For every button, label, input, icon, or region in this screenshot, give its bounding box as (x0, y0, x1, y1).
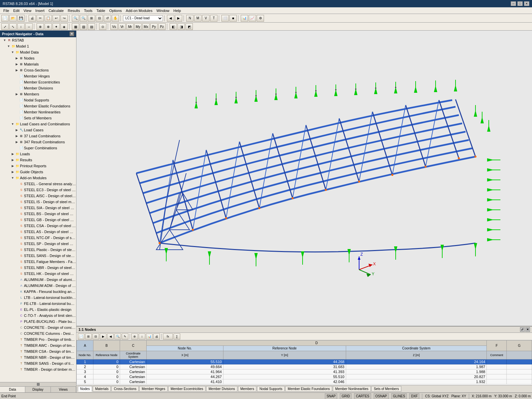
tb29[interactable]: ▦ (72, 23, 79, 30)
tb7[interactable]: ↪ (61, 15, 68, 22)
table-row[interactable]: 1 0 Cartesian 55.510 44.268 24.164 (77, 359, 532, 364)
tb36[interactable]: Mx (142, 23, 150, 30)
maximize-btn[interactable]: □ (517, 1, 523, 6)
tb32[interactable]: Vs (110, 23, 118, 30)
tb28[interactable]: ◈ (61, 23, 68, 30)
tb35[interactable]: My (134, 23, 142, 30)
table-sort-btn[interactable]: ↕ (139, 333, 145, 339)
sidebar-item-steel-sans[interactable]: S STEEL SANS - Design of steel mem (0, 253, 76, 259)
render-solid[interactable]: ■ (229, 15, 237, 22)
menu-file[interactable]: File (1, 8, 11, 13)
sidebar-item-steel-plastic[interactable]: S STEEL Plastic - Design of steel mer (0, 247, 76, 253)
tb40[interactable]: ◨ (178, 23, 185, 30)
sidebar-item-nodes[interactable]: ▶ ⊞ Nodes (0, 55, 76, 61)
sidebar-item-steel-ec3[interactable]: S STEEL EC3 - Design of steel memb (0, 187, 76, 193)
table-btn-6[interactable]: 🔍 (114, 333, 121, 339)
bottom-tab-member-hinges[interactable]: Member Hinges (139, 386, 168, 392)
viewport-3d-container[interactable]: Z X Y (76, 31, 532, 326)
save-btn[interactable]: 💾 (17, 15, 25, 22)
tb11[interactable]: ▶ (175, 15, 182, 22)
pan[interactable]: ✋ (112, 15, 119, 22)
sidebar-item-concrete[interactable]: C CONCRETE - Design of concrete r (0, 325, 76, 331)
table-row[interactable]: 5 0 Cartesian 41.410 42.046 1.932 (77, 379, 532, 384)
sidebar-item-timber-csa[interactable]: T TIMBER CSA - Design of timber m (0, 348, 76, 354)
sidebar-item-members[interactable]: ▶ ⊞ Members (0, 91, 76, 97)
panel-close-btn[interactable]: ✕ (525, 327, 530, 332)
menu-view[interactable]: View (22, 8, 34, 13)
sidebar-item-kappa[interactable]: K KAPPA - Flexural buckling analysi (0, 289, 76, 295)
tb18[interactable]: ⚙ (257, 15, 264, 22)
sidebar-item-concrete-columns[interactable]: C CONCRETE Columns - Design of c (0, 331, 76, 336)
bottom-tab-member-divisions[interactable]: Member Divisions (206, 386, 237, 392)
col-f-header[interactable]: F (487, 340, 507, 351)
tb30[interactable]: ▧ (80, 23, 87, 30)
table-btn-4[interactable]: ▶ (100, 333, 106, 339)
sidebar-item-aluminum-adm[interactable]: A ALUMINUM ADM - Design of alun (0, 283, 76, 289)
zoom-all[interactable]: ⊞ (88, 15, 95, 22)
sidebar-item-sets-of-members[interactable]: 📄 Sets of Members (0, 115, 76, 121)
sidebar-item-steel-gb[interactable]: S STEEL GB - Design of steel membe (0, 217, 76, 223)
tb39[interactable]: ◧ (170, 23, 177, 30)
tb21[interactable]: ⤢ (1, 23, 9, 30)
sidebar-item-timber[interactable]: T TIMBER - Design of timber memb (0, 366, 76, 372)
sidebar-item-steel-sia[interactable]: S STEEL SIA - Design of steel memb (0, 205, 76, 211)
tb17[interactable]: 📈 (249, 15, 256, 22)
sidebar-item-member-divisions[interactable]: 📄 Member Divisions (0, 85, 76, 91)
zoom-sel[interactable]: ⊟ (96, 15, 103, 22)
tb31[interactable]: ▤ (88, 23, 95, 30)
sidebar-item-results[interactable]: ▶ 📁 Results (0, 157, 76, 163)
tb24[interactable]: ↔ (25, 23, 33, 30)
sidebar-item-addon-modules[interactable]: ▼ 📁 Add-on Modules (0, 175, 76, 181)
status-snap[interactable]: SNAP (325, 393, 337, 399)
menu-window[interactable]: Window (154, 8, 171, 13)
col-g-header[interactable]: G (507, 340, 532, 351)
sidebar-item-steel-ntc-df[interactable]: S STEEL NTC-DF - Design of steel m (0, 235, 76, 241)
col-b-header[interactable]: B (93, 340, 120, 351)
sidebar-item-model1[interactable]: ▼ 📁 Model 1 (0, 43, 76, 49)
tb33[interactable]: Vr (118, 23, 126, 30)
sidebar-scroll-thumb[interactable] (37, 383, 40, 386)
bottom-tab-member-elastic-foundations[interactable]: Member Elastic Foundations (285, 386, 332, 392)
sidebar-item-steel-aisc[interactable]: S STEEL AISC - Design of steel meml (0, 193, 76, 199)
tb10[interactable]: ◀ (167, 15, 174, 22)
close-btn[interactable]: ✕ (524, 1, 529, 6)
col-e-header[interactable]: Reference Node (223, 346, 346, 351)
tb5[interactable]: 📋 (45, 15, 52, 22)
tb38[interactable]: Pz (158, 23, 166, 30)
sidebar-item-steel-as[interactable]: S STEEL AS - Design of steel membe (0, 229, 76, 235)
tb25[interactable]: ⊕ (37, 23, 44, 30)
tb41[interactable]: ◩ (186, 23, 193, 30)
sidebar-item-plate-buckling[interactable]: P PLATE-BUCKLING - Plate buckling (0, 319, 76, 325)
sidebar-item-member-nonlinearities[interactable]: 📄 Member Nonlinearities (0, 109, 76, 115)
sidebar-item-steel-hk[interactable]: S STEEL HK - Design of steel memb (0, 271, 76, 277)
panel-float-btn[interactable]: ⤢ (520, 327, 525, 332)
bottom-tab-member-eccentricities[interactable]: Member Eccentricities (168, 386, 205, 392)
sidebar-item-load-cases[interactable]: ▶ 🔧 Load Cases (0, 127, 76, 133)
table-btn-5[interactable]: ◀ (107, 333, 114, 339)
tb27[interactable]: ✦ (53, 23, 60, 30)
sidebar-item-37-load-combinations[interactable]: ▶ ⊞ 37 Load Combinations (0, 133, 76, 139)
zoom-out[interactable]: 🔍 (80, 15, 87, 22)
bottom-tab-member-nonlinearities[interactable]: Member Nonlinearities (333, 386, 371, 392)
status-grid[interactable]: GRID (340, 393, 351, 399)
status-osnap[interactable]: OSNAP (374, 393, 389, 399)
tb4[interactable]: ✂ (37, 15, 44, 22)
tb37[interactable]: Py (150, 23, 158, 30)
bottom-tab-nodes[interactable]: Nodes (78, 386, 92, 392)
sidebar-item-member-elastic-foundations[interactable]: 📄 Member Elastic Foundations (0, 103, 76, 109)
status-glines[interactable]: GLINES (391, 393, 407, 399)
tb13[interactable]: M (194, 15, 201, 22)
sidebar-item-materials[interactable]: ▶ ⊞ Materials (0, 61, 76, 67)
sidebar-item-member-eccentricities[interactable]: 📄 Member Eccentricities (0, 79, 76, 85)
load-case-combo[interactable]: LC1 - Dead load (123, 15, 163, 21)
new-btn[interactable]: 📄 (1, 15, 9, 22)
tb23[interactable]: ↕ (17, 23, 25, 30)
sidebar-item-steel-nbr[interactable]: S STEEL NBR - Design of steel memb (0, 265, 76, 271)
sidebar-item-timber-pro[interactable]: T TIMBER Pro - Design of timber me (0, 336, 76, 342)
tb16[interactable]: 📊 (241, 15, 248, 22)
sidebar-item-347-result-combinations[interactable]: ▶ ⊞ 347 Result Combinations (0, 139, 76, 145)
sidebar-item-ltb[interactable]: L LTB - Lateral-torsional buckling ar (0, 295, 76, 301)
tb3[interactable]: 🖨 (29, 15, 36, 22)
data-table-container[interactable]: A B C D F G Node No. Reference Node Coor… (76, 340, 532, 385)
sidebar-item-super-combinations[interactable]: 📄 Super Combinations (0, 145, 76, 151)
